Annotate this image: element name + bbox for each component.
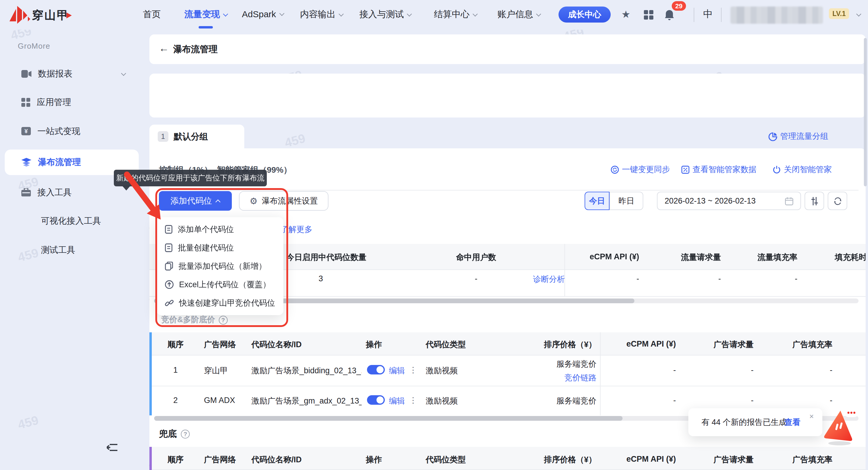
nav-item-account-info[interactable]: 账户信息 (497, 9, 539, 20)
calendar-icon (785, 197, 793, 205)
waterfall-settings-button[interactable]: ⚙ 瀑布流属性设置 (239, 191, 329, 211)
row-enabled-toggle[interactable] (367, 395, 385, 405)
sidebar-item-one-stop-monetization[interactable]: ¥ 一站式变现 (8, 119, 135, 143)
menu-item-add-single[interactable]: 添加单个代码位 (157, 220, 283, 239)
brand-play-icon (66, 12, 72, 19)
nav-item-adspark[interactable]: AdSpark (242, 9, 282, 19)
refresh-button[interactable] (828, 192, 847, 210)
col-header-order: 顺序 (161, 454, 190, 465)
cell-price: 服务端竞价 (531, 359, 596, 370)
menu-item-batch-create[interactable]: 批量创建代码位 (157, 239, 283, 257)
nav-item-content-output[interactable]: 内容输出 (300, 9, 342, 20)
avatar[interactable] (731, 6, 823, 24)
fallback-accent-bar (149, 447, 152, 470)
close-smart-butler-link[interactable]: 关闭智能管家 (773, 165, 832, 175)
sidebar-item-data-report[interactable]: 数据报表 (8, 62, 135, 85)
help-icon[interactable]: ? (181, 430, 190, 439)
edit-link[interactable]: 编辑 (389, 365, 405, 376)
more-options-icon[interactable]: ⋮ (409, 395, 417, 405)
star-icon[interactable]: ★ (621, 8, 630, 21)
apps-icon (21, 98, 30, 107)
cell-ecpm: - (617, 396, 676, 405)
col-header-ad-fill-rate: 广告填充率 (773, 340, 832, 350)
cell-order: 1 (161, 365, 190, 375)
bidding-section-title: 竞价&多阶底价? (161, 315, 228, 325)
sidebar-item-app-management[interactable]: 应用管理 (8, 90, 135, 114)
browser-scrollbar-thumb[interactable] (864, 38, 867, 186)
col-header-active-codes: 今日启用中代码位数量 (286, 252, 366, 263)
tab-default-group[interactable]: 1 默认分组 (149, 125, 244, 148)
nav-item-integration-test[interactable]: 接入与测试 (359, 9, 410, 20)
group-count-badge: 1 (158, 131, 168, 142)
document-icon (165, 243, 173, 252)
back-button[interactable]: ← (159, 43, 169, 55)
cell-traffic-requests: - (662, 274, 721, 283)
col-header-fill-time: 填充耗时 (835, 252, 866, 263)
learn-more-link[interactable]: 了解更多 (280, 224, 312, 235)
edit-link[interactable]: 编辑 (389, 396, 405, 407)
more-options-icon[interactable]: ⋮ (409, 365, 417, 375)
chevron-down-icon (339, 11, 344, 16)
one-click-sync-link[interactable]: 一键变更同步 (611, 165, 670, 175)
cell-order: 2 (161, 396, 190, 405)
language-switch[interactable]: 中 (703, 8, 713, 21)
col-header-type: 代码位类型 (426, 454, 466, 465)
menu-item-excel-upload[interactable]: Excel上传代码位（覆盖） (157, 275, 283, 294)
tooltip-arrow-icon (122, 186, 130, 190)
growth-center-button[interactable]: 成长中心 (559, 6, 611, 23)
cell-network: 穿山甲 (204, 365, 228, 376)
level-badge: LV.1 (829, 8, 849, 19)
date-yesterday-button[interactable]: 昨日 (610, 192, 643, 210)
bidding-chain-link[interactable]: 竞价链路 (531, 373, 596, 383)
chevron-down-icon[interactable] (856, 11, 861, 17)
sidebar-group-label: GroMore (18, 41, 51, 51)
col-header-name-id: 代码位名称/ID (251, 340, 302, 350)
view-smart-butler-data-link[interactable]: 查看智能管家数据 (681, 165, 756, 175)
cell-ad-fill-rate: - (773, 365, 832, 375)
apps-grid-icon[interactable] (644, 10, 653, 20)
cell-hit-users: - (445, 274, 507, 283)
nav-item-monetization[interactable]: 流量变现 (184, 9, 226, 20)
close-icon[interactable]: × (809, 412, 814, 421)
menu-item-batch-add[interactable]: 批量添加代码位（新增） (157, 257, 283, 275)
row-enabled-toggle[interactable] (367, 365, 385, 375)
col-header-action: 操作 (366, 340, 382, 350)
cell-traffic-fill-rate: - (738, 274, 798, 283)
pangle-assistant-mascot[interactable] (822, 407, 860, 446)
date-today-button[interactable]: 今日 (585, 192, 610, 210)
cell-name-id: 激励广告场景_bidding_02_13_... (251, 365, 362, 376)
manage-traffic-groups-link[interactable]: 管理流量分组 (768, 131, 828, 142)
cell-type: 激励视频 (426, 396, 458, 407)
menu-item-quick-create-bidding[interactable]: 快速创建穿山甲竞价代码位 (157, 294, 283, 312)
toggle-knob (376, 396, 383, 404)
sidebar-item-test-tools[interactable]: 测试工具 (8, 238, 135, 262)
help-icon[interactable]: ? (219, 315, 228, 324)
svg-text:¥: ¥ (24, 128, 28, 135)
toast-view-link[interactable]: 查看 (784, 417, 800, 428)
col-header-ecpm: eCPM API (¥) (580, 252, 639, 261)
date-range-picker[interactable]: 2026-02-13 ~ 2026-02-13 (657, 192, 801, 210)
nav-item-home[interactable]: 首页 (143, 9, 161, 20)
divider (694, 8, 694, 22)
toggle-knob (376, 366, 383, 373)
cell-ad-fill-rate: - (773, 396, 832, 405)
chevron-down-icon (279, 11, 284, 16)
toast-message: 有 44 个新的报告已生成 (702, 417, 787, 428)
nav-item-billing-center[interactable]: 结算中心 (434, 9, 476, 20)
col-header-traffic-fill-rate: 流量填充率 (738, 252, 798, 263)
breadcrumb-bar: ← 瀑布流管理 (149, 34, 866, 64)
cell-type: 激励视频 (426, 365, 458, 376)
col-header-ecpm: eCPM API (¥) (617, 340, 676, 348)
cell-ecpm: - (580, 274, 639, 283)
diagnose-analysis-link[interactable]: 诊断分析 (506, 274, 565, 285)
col-header-price: 排序价格（¥） (531, 340, 596, 350)
collapse-sidebar-icon[interactable] (107, 443, 117, 452)
sidebar-item-visual-integration-tools[interactable]: 可视化接入工具 (8, 209, 135, 233)
add-ad-unit-button[interactable]: 添加代码位 (159, 191, 232, 211)
waterfall-hscroll-thumb[interactable] (154, 416, 623, 421)
bell-icon[interactable] (664, 9, 675, 21)
metric-settings-button[interactable] (805, 192, 824, 210)
col-header-network: 广告网络 (204, 340, 236, 350)
col-header-name-id: 代码位名称/ID (251, 454, 302, 465)
tooltip: 新建的代码位可应用于该广告位下所有瀑布流 (114, 170, 267, 186)
